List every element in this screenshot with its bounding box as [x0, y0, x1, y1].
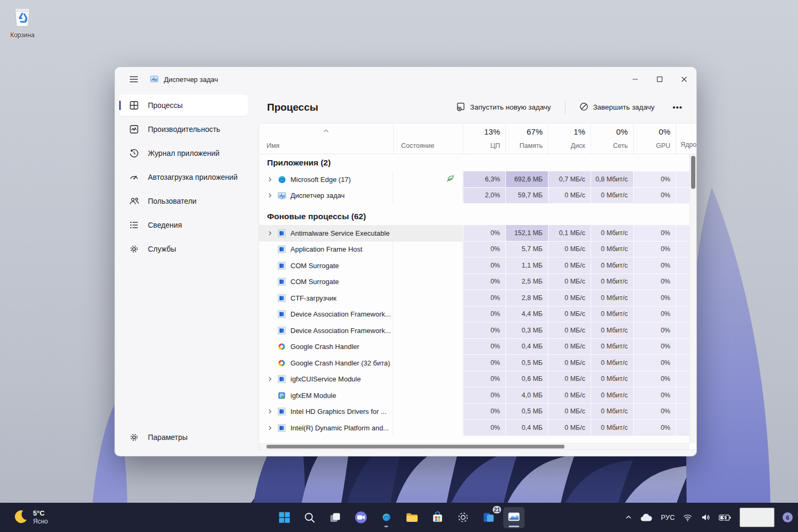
taskbar-file-explorer-icon[interactable] — [401, 507, 422, 528]
sidebar-item-processes[interactable]: Процессы — [119, 95, 248, 116]
more-options-button[interactable]: ••• — [668, 99, 687, 115]
taskbar-store-icon[interactable] — [427, 507, 448, 528]
cpu-cell: 6,3% — [463, 171, 505, 188]
expand-chevron-icon[interactable] — [267, 425, 273, 431]
disk-cell: 0 МБ/с — [548, 290, 591, 306]
network-cell: 0 Мбит/с — [591, 355, 633, 371]
speaker-icon[interactable] — [701, 512, 711, 522]
main-panel: Процессы Запустить новую задачу Завершит… — [252, 92, 696, 456]
taskbar-settings-icon[interactable] — [452, 507, 473, 528]
horizontal-scrollbar[interactable] — [259, 443, 689, 450]
vertical-scrollbar-thumb[interactable] — [691, 156, 695, 189]
clock-date: 11.05.2022 — [741, 518, 774, 526]
weather-condition: Ясно — [33, 518, 48, 526]
language-indicator[interactable]: РУС — [661, 513, 675, 521]
weather-widget[interactable]: 5°C Ясно — [9, 503, 53, 532]
expand-chevron-icon[interactable] — [267, 193, 273, 198]
run-new-task-button[interactable]: Запустить новую задачу — [451, 98, 556, 117]
taskbar-start-icon[interactable] — [273, 507, 295, 528]
taskbar-phone-link-icon[interactable]: 21 — [478, 507, 499, 528]
gpu-core-cell — [676, 387, 691, 404]
users-icon — [129, 196, 139, 206]
process-row[interactable]: CTF-загрузчик0%2,8 МБ0 МБ/с0 Мбит/с0% — [259, 290, 696, 306]
process-row[interactable]: igfxEM Module0%4,0 МБ0 МБ/с0 Мбит/с0% — [259, 387, 696, 404]
expand-chevron-icon[interactable] — [267, 230, 273, 236]
notification-count-badge[interactable]: 6 — [783, 512, 793, 522]
column-header-memory[interactable]: 67%Память — [505, 123, 548, 154]
column-header-gpu[interactable]: 0%GPU — [633, 123, 676, 154]
process-row[interactable]: Microsoft Edge (17)6,3%692,6 МБ0,7 МБ/с0… — [259, 171, 696, 188]
sidebar-item-startup[interactable]: Автозагрузка приложений — [119, 167, 248, 188]
tray-chevron-up-icon[interactable] — [625, 514, 632, 521]
sidebar-item-users[interactable]: Пользователи — [119, 190, 248, 212]
column-header-name[interactable]: Имя — [259, 123, 393, 154]
disk-cell: 0 МБ/с — [548, 420, 591, 436]
process-name-cell: Device Association Framework... — [259, 306, 393, 323]
sidebar-item-details[interactable]: Сведения — [119, 214, 248, 236]
clock-time: 17:22 — [741, 509, 774, 517]
process-row[interactable]: Диспетчер задач2,0%59,7 МБ0 МБ/с0 Мбит/с… — [259, 188, 696, 204]
process-name-cell: Microsoft Edge (17) — [259, 171, 393, 188]
hamburger-menu-button[interactable] — [124, 71, 143, 87]
process-group-header[interactable]: Приложения (2) — [259, 154, 696, 171]
end-task-button[interactable]: Завершить задачу — [574, 98, 660, 117]
process-row[interactable]: Application Frame Host0%5,7 МБ0 МБ/с0 Мб… — [259, 242, 696, 258]
column-header-gpu-core[interactable]: Ядро — [676, 123, 691, 154]
system-tray: РУС 17:22 11.05.2022 6 — [625, 503, 793, 532]
taskbar-edge-icon[interactable] — [376, 507, 397, 528]
minimize-button[interactable] — [623, 67, 647, 92]
network-cell: 0 Мбит/с — [591, 371, 633, 388]
sidebar-item-app-history[interactable]: Журнал приложений — [119, 143, 248, 164]
memory-cell: 0,4 МБ — [505, 339, 548, 355]
network-cell: 0 Мбит/с — [591, 257, 633, 274]
horizontal-scrollbar-thumb[interactable] — [267, 445, 564, 448]
network-cell: 0 Мбит/с — [591, 274, 633, 290]
process-row[interactable]: COM Surrogate0%1,1 МБ0 МБ/с0 Мбит/с0% — [259, 257, 696, 274]
process-row[interactable]: Intel(R) Dynamic Platform and...0%0,4 МБ… — [259, 420, 696, 436]
taskbar-chat-icon[interactable] — [350, 507, 371, 528]
clock[interactable]: 17:22 11.05.2022 — [739, 508, 775, 527]
network-cell: 0 Мбит/с — [591, 188, 633, 204]
column-header-status[interactable]: Состояние — [393, 123, 463, 154]
sidebar-item-services[interactable]: Службы — [119, 238, 248, 260]
process-row[interactable]: Google Crash Handler0%0,4 МБ0 МБ/с0 Мбит… — [259, 339, 696, 355]
end-task-icon — [579, 102, 588, 113]
taskbar-task-manager-icon[interactable] — [503, 507, 525, 528]
group-label: Фоновые процессы (62) — [267, 212, 366, 221]
process-row[interactable]: igfxCUIService Module0%0,6 МБ0 МБ/с0 Мби… — [259, 371, 696, 388]
process-row[interactable]: Antimalware Service Executable0%152,1 МБ… — [259, 225, 696, 242]
process-row[interactable]: Google Crash Handler (32 бита)0%0,5 МБ0 … — [259, 355, 696, 371]
process-row[interactable]: Intel HD Graphics Drivers for ...0%0,5 М… — [259, 404, 696, 420]
process-row[interactable]: COM Surrogate0%2,5 МБ0 МБ/с0 Мбит/с0% — [259, 274, 696, 290]
sidebar-item-settings[interactable]: Параметры — [119, 427, 248, 448]
gpu-core-cell — [676, 420, 691, 436]
process-status-cell — [393, 290, 463, 306]
process-row[interactable]: Device Association Framework...0%0,3 МБ0… — [259, 322, 696, 339]
onedrive-cloud-icon[interactable] — [640, 513, 653, 522]
wifi-icon[interactable] — [683, 512, 693, 522]
column-header-network[interactable]: 0%Сеть — [591, 123, 633, 154]
gpu-cell: 0% — [633, 171, 676, 188]
expand-chevron-icon[interactable] — [267, 177, 273, 182]
gpu-cell: 0% — [633, 225, 676, 242]
gpu-cell: 0% — [633, 290, 676, 306]
battery-icon[interactable] — [719, 514, 732, 521]
process-group-header[interactable]: Фоновые процессы (62) — [259, 208, 696, 225]
recycle-bin[interactable]: Корзина — [5, 4, 39, 39]
expand-chevron-icon[interactable] — [267, 376, 273, 382]
gpu-core-cell — [676, 274, 691, 290]
cpu-cell: 0% — [463, 274, 505, 290]
process-name-cell: Application Frame Host — [259, 242, 393, 258]
sidebar-item-performance[interactable]: Производительность — [119, 119, 248, 140]
maximize-button[interactable] — [647, 67, 672, 92]
startup-icon — [129, 172, 139, 182]
column-header-disk[interactable]: 1%Диск — [548, 123, 591, 154]
taskbar-search-icon[interactable] — [299, 507, 320, 528]
column-header-cpu[interactable]: 13%ЦП — [463, 123, 505, 154]
close-button[interactable] — [672, 67, 696, 92]
vertical-scrollbar[interactable] — [689, 154, 696, 443]
process-status-cell — [393, 257, 463, 274]
process-row[interactable]: Device Association Framework...0%4,4 МБ0… — [259, 306, 696, 323]
expand-chevron-icon[interactable] — [267, 409, 273, 414]
taskbar-task-view-icon[interactable] — [325, 507, 346, 528]
